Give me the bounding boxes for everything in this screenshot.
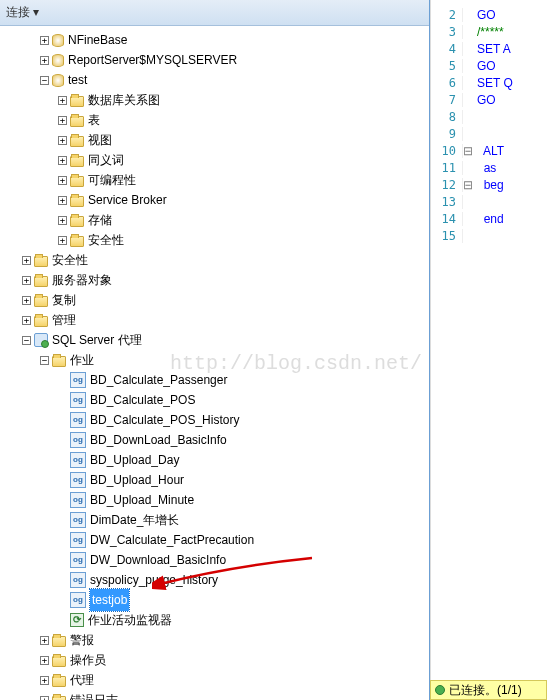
tree-item[interactable]: 安全性	[52, 250, 88, 270]
tree-item[interactable]: 管理	[52, 310, 76, 330]
tree-item[interactable]: 安全性	[88, 230, 124, 250]
explorer-toolbar: 连接 ▾	[0, 0, 429, 26]
database-icon	[52, 54, 64, 67]
job-icon: og	[70, 552, 86, 568]
expand-icon[interactable]: +	[22, 296, 31, 305]
collapse-icon[interactable]: −	[40, 76, 49, 85]
tree-item[interactable]: 警报	[70, 630, 94, 650]
expand-icon[interactable]: +	[40, 56, 49, 65]
job-item[interactable]: DW_Calculate_FactPrecaution	[90, 530, 254, 550]
tree-item[interactable]: 视图	[88, 130, 112, 150]
job-icon: og	[70, 532, 86, 548]
expand-icon[interactable]: +	[40, 656, 49, 665]
expand-icon[interactable]: +	[40, 36, 49, 45]
job-activity-monitor[interactable]: 作业活动监视器	[88, 610, 172, 630]
code-line[interactable]: 15	[431, 227, 547, 244]
code-line[interactable]: 4SET A	[431, 40, 547, 57]
folder-icon	[70, 156, 84, 167]
code-line[interactable]: 2GO	[431, 6, 547, 23]
job-item[interactable]: BD_Upload_Hour	[90, 470, 184, 490]
code-text: GO	[473, 59, 496, 73]
fold-icon[interactable]: ⊟	[463, 144, 473, 158]
tree-item[interactable]: 存储	[88, 210, 112, 230]
job-icon: og	[70, 372, 86, 388]
expand-icon[interactable]: +	[58, 116, 67, 125]
expand-icon[interactable]: +	[40, 636, 49, 645]
tree-item[interactable]: 复制	[52, 290, 76, 310]
expand-icon[interactable]: +	[58, 156, 67, 165]
expand-icon[interactable]: +	[58, 216, 67, 225]
object-tree[interactable]: +NFineBase +ReportServer$MYSQLSERVER −te…	[0, 26, 429, 700]
job-icon: og	[70, 592, 86, 608]
tree-item[interactable]: Service Broker	[88, 190, 167, 210]
expand-icon[interactable]: +	[22, 276, 31, 285]
code-editor-pane: 2GO3/*****4SET A5GO6SET Q7GO8910⊟ ALT11 …	[430, 0, 547, 700]
collapse-icon[interactable]: −	[22, 336, 31, 345]
folder-icon	[70, 96, 84, 107]
sql-agent-node[interactable]: SQL Server 代理	[52, 330, 142, 350]
tree-item[interactable]: 操作员	[70, 650, 106, 670]
job-item[interactable]: BD_Upload_Day	[90, 450, 179, 470]
job-item[interactable]: BD_Calculate_POS	[90, 390, 195, 410]
code-editor[interactable]: 2GO3/*****4SET A5GO6SET Q7GO8910⊟ ALT11 …	[431, 0, 547, 244]
code-line[interactable]: 13	[431, 193, 547, 210]
line-number: 5	[431, 59, 463, 73]
db-node[interactable]: ReportServer$MYSQLSERVER	[68, 50, 237, 70]
expand-icon[interactable]: +	[22, 316, 31, 325]
expand-icon[interactable]: +	[58, 236, 67, 245]
folder-icon	[52, 656, 66, 667]
job-item[interactable]: BD_DownLoad_BasicInfo	[90, 430, 227, 450]
job-item[interactable]: testjob	[90, 589, 129, 611]
tree-item[interactable]: 数据库关系图	[88, 90, 160, 110]
code-line[interactable]: 12⊟ beg	[431, 176, 547, 193]
job-item[interactable]: BD_Calculate_Passenger	[90, 370, 227, 390]
folder-icon	[70, 136, 84, 147]
expand-icon[interactable]: +	[22, 256, 31, 265]
jobs-node[interactable]: 作业	[70, 350, 94, 370]
job-item[interactable]: syspolicy_purge_history	[90, 570, 218, 590]
expand-icon[interactable]: +	[58, 196, 67, 205]
code-line[interactable]: 8	[431, 108, 547, 125]
tree-item[interactable]: 错误日志	[70, 690, 118, 700]
job-item[interactable]: DW_Download_BasicInfo	[90, 550, 226, 570]
job-icon: og	[70, 392, 86, 408]
code-line[interactable]: 3/*****	[431, 23, 547, 40]
line-number: 7	[431, 93, 463, 107]
tree-item[interactable]: 代理	[70, 670, 94, 690]
code-line[interactable]: 9	[431, 125, 547, 142]
code-line[interactable]: 7GO	[431, 91, 547, 108]
expand-icon[interactable]: +	[58, 96, 67, 105]
line-number: 11	[431, 161, 463, 175]
line-number: 4	[431, 42, 463, 56]
monitor-icon: ⟳	[70, 613, 84, 627]
expand-icon[interactable]: +	[58, 176, 67, 185]
expand-icon[interactable]: +	[40, 676, 49, 685]
db-node[interactable]: NFineBase	[68, 30, 127, 50]
fold-icon[interactable]: ⊟	[463, 178, 473, 192]
job-item[interactable]: BD_Calculate_POS_History	[90, 410, 239, 430]
line-number: 10	[431, 144, 463, 158]
code-line[interactable]: 11 as	[431, 159, 547, 176]
folder-icon	[70, 176, 84, 187]
expand-icon[interactable]: +	[58, 136, 67, 145]
job-icon: og	[70, 432, 86, 448]
collapse-icon[interactable]: −	[40, 356, 49, 365]
line-number: 3	[431, 25, 463, 39]
code-text: as	[473, 161, 496, 175]
tree-item[interactable]: 同义词	[88, 150, 124, 170]
code-line[interactable]: 6SET Q	[431, 74, 547, 91]
db-node[interactable]: test	[68, 70, 87, 90]
code-line[interactable]: 10⊟ ALT	[431, 142, 547, 159]
job-item[interactable]: BD_Upload_Minute	[90, 490, 194, 510]
code-line[interactable]: 14 end	[431, 210, 547, 227]
database-icon	[52, 74, 64, 87]
expand-icon[interactable]: +	[40, 696, 49, 701]
code-line[interactable]: 5GO	[431, 57, 547, 74]
job-icon: og	[70, 512, 86, 528]
tree-item[interactable]: 可编程性	[88, 170, 136, 190]
connect-dropdown[interactable]: 连接 ▾	[6, 4, 39, 21]
folder-icon	[52, 696, 66, 701]
tree-item[interactable]: 服务器对象	[52, 270, 112, 290]
tree-item[interactable]: 表	[88, 110, 100, 130]
job-item[interactable]: DimDate_年增长	[90, 510, 179, 530]
